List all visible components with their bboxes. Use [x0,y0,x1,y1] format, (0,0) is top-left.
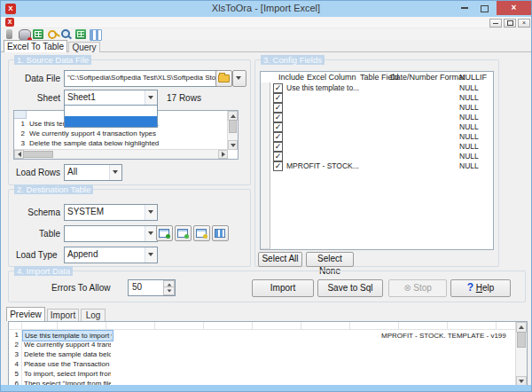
nullif-cell: NULL [459,113,479,122]
close-button[interactable]: × [497,1,531,15]
arrow-left-icon [18,152,21,157]
browse-file-button[interactable] [215,70,232,87]
sheet-dropdown-item[interactable] [65,106,157,116]
preview-grid-row[interactable]: 5 To import, select Import from the m [9,369,516,379]
config-grid: Include Excel Column Table Field Date/Nu… [260,71,494,250]
select-none-button[interactable]: Select None [306,252,354,267]
source-grid-vscrollbar[interactable] [227,111,238,150]
config-grid-row[interactable]: ✓ NULL [261,122,493,131]
table-combo-arrow[interactable] [145,226,157,241]
source-grid-hscrollbar[interactable] [14,149,228,159]
tab-preview[interactable]: Preview [6,307,45,321]
help-icon: ? [467,281,473,294]
config-grid-row[interactable]: ✓ NULL [261,102,493,112]
scroll-down-button[interactable] [228,140,238,150]
row-text: We currently support 4 transaction types [29,129,225,137]
mdi-restore-button[interactable] [504,19,516,27]
load-rows-combobox[interactable]: All [64,164,122,181]
load-type-combo-arrow[interactable] [145,247,157,263]
excel-icon[interactable] [75,29,86,39]
empty-grid-row [261,200,493,209]
excel-column-cell: MPROFIT - STOCK... [286,161,402,170]
save-to-sql-button[interactable]: Save to Sql [317,279,383,297]
arrow-down-icon [231,144,236,147]
titlebar: X XlsToOra - [Import Excel] × [1,1,531,17]
tab-import[interactable]: Import [47,309,79,321]
empty-grid-row [261,180,493,190]
config-grid-row[interactable]: ✓ NULL [261,92,493,102]
config-grid-row[interactable]: ✓ NULL [261,151,493,161]
preview-cell[interactable]: Delete the sample data below high [22,349,112,359]
mdi-minimize-button[interactable] [489,19,502,27]
load-type-combobox[interactable]: Append [64,247,158,263]
destination-table-group: 2. Destination Table Schema SYSTEM Table… [8,189,251,267]
schema-combo-arrow[interactable] [145,205,157,220]
empty-grid-row [261,239,493,248]
col-header-excel-column: Excel Column [307,73,356,82]
bottom-tabstrip: Preview Import Log [1,307,531,321]
minimize-button[interactable] [456,3,473,14]
connect-icon[interactable] [6,29,12,39]
recent-files-dropdown-button[interactable] [232,70,246,87]
table-combobox[interactable] [64,225,158,242]
config-grid-empty-rows [261,170,493,248]
preview-cell[interactable]: We currently support 4 transaction [22,340,112,349]
config-grid-row[interactable]: ✓ Use this template to... NULL [261,82,493,92]
preview-grid-row[interactable]: 4 Please use the Transaction Type a [9,359,516,369]
preview-cell[interactable]: Please use the Transaction Type a [22,359,112,369]
import-button[interactable]: Import [252,279,314,297]
close-icon: × [512,3,517,12]
create-table-button[interactable] [156,225,173,241]
columns-button[interactable] [212,225,229,241]
scroll-right-button[interactable] [218,150,228,159]
config-grid-row[interactable]: ✓ NULL [261,112,493,122]
refresh-table-button[interactable] [175,225,192,241]
mdi-minimize-icon [493,23,498,24]
errors-to-allow-spinner[interactable]: 50 [128,279,176,296]
tab-excel-to-table[interactable]: Excel To Table [4,40,67,52]
sheet-combo-arrow[interactable] [145,90,157,106]
data-file-input[interactable]: "C:\Softpedia\Softpedia Test\XLS\Softped… [64,70,217,87]
app-window: X XlsToOra - [Import Excel] × X × Excel … [0,0,532,392]
preview-grid-row[interactable]: 2 We currently support 4 transaction [9,340,516,349]
config-fields-group: 3. Config Fields Include Excel Column Ta… [254,59,499,267]
scroll-thumb[interactable] [229,120,237,133]
edit-table-button[interactable] [193,225,210,241]
excel-import-icon[interactable] [33,29,43,39]
preview-grid-row[interactable]: 3 Delete the sample data below high [9,349,516,359]
maximize-button[interactable] [476,3,493,14]
config-grid-row[interactable]: ✓ NULL [261,131,493,141]
mdi-restore-icon [507,20,513,26]
search-icon[interactable] [61,29,70,38]
preview-cell[interactable]: To import, select Import from the m [22,369,112,379]
key-icon[interactable] [48,30,57,39]
mdi-close-button[interactable]: × [518,19,530,27]
tab-query[interactable]: Query [68,42,100,52]
select-all-button[interactable]: Select All [258,252,302,267]
tab-log[interactable]: Log [81,309,106,321]
config-grid-row[interactable]: ✓ NULL [261,141,493,151]
table-add-icon [159,229,169,238]
pencil-icon [203,234,207,239]
preview-grid-header [9,322,516,330]
scroll-thumb[interactable] [517,332,526,348]
source-grid-row[interactable]: 2We currently support 4 transaction type… [14,129,227,138]
scroll-thumb[interactable] [23,151,53,158]
sheet-dropdown-item[interactable] [65,116,157,127]
schema-combobox[interactable]: SYSTEM [64,204,158,221]
chevron-down-icon [148,253,153,256]
config-group-caption: 3. Config Fields [261,55,325,65]
config-grid-row[interactable]: ✓ MPROFIT - STOCK... NULL [261,161,493,170]
spinner-down-button[interactable] [163,286,175,295]
help-label: Help [476,283,495,293]
stop-icon: ⊗ [403,283,411,293]
load-rows-combo-arrow[interactable] [109,165,121,180]
source-grid-row[interactable]: 3Delete the sample data below highlighte… [14,138,227,148]
config-grid-rows: ✓ Use this template to... NULL ✓ NULL ✓ … [261,82,493,170]
window-title: XlsToOra - [Import Excel] [1,3,531,13]
nullif-cell: NULL [459,132,479,141]
nullif-cell: NULL [459,83,479,92]
preview-grid-vscrollbar[interactable] [515,322,527,387]
data-file-value: "C:\Softpedia\Softpedia Test\XLS\Softped… [67,74,217,82]
help-button[interactable]: ? Help [450,279,511,297]
